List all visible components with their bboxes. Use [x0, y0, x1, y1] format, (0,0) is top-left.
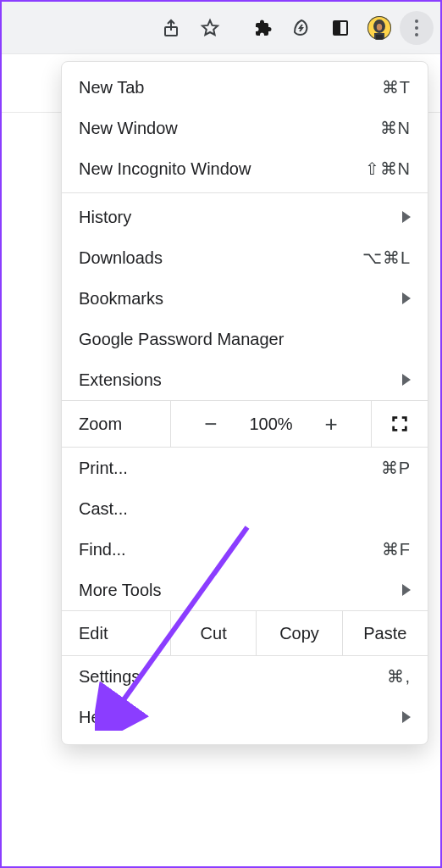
overflow-menu-button[interactable]: [400, 11, 434, 45]
cut-button[interactable]: Cut: [170, 611, 256, 655]
menu-item-help[interactable]: Help: [62, 697, 428, 737]
menu-label: Google Password Manager: [79, 330, 284, 349]
submenu-arrow-icon: [402, 374, 411, 386]
menu-item-new-tab[interactable]: New Tab ⌘T: [62, 67, 428, 108]
bookmark-star-icon[interactable]: [191, 9, 229, 47]
shortcut-text: ⌘N: [380, 118, 411, 138]
shortcut-text: ⌘P: [381, 458, 411, 478]
menu-label: Extensions: [79, 370, 162, 390]
edit-label: Edit: [79, 624, 108, 643]
menu-item-incognito[interactable]: New Incognito Window ⇧⌘N: [62, 148, 428, 189]
zoom-row: Zoom − 100% +: [62, 400, 428, 448]
menu-item-history[interactable]: History: [62, 197, 428, 237]
menu-item-password-manager[interactable]: Google Password Manager: [62, 319, 428, 359]
extensions-puzzle-icon[interactable]: [244, 9, 281, 47]
menu-item-new-window[interactable]: New Window ⌘N: [62, 108, 428, 148]
menu-item-print[interactable]: Print... ⌘P: [62, 448, 428, 488]
svg-point-5: [376, 23, 383, 31]
menu-label: Find...: [79, 540, 126, 559]
submenu-arrow-icon: [402, 584, 411, 596]
menu-label: New Incognito Window: [79, 159, 251, 179]
browser-toolbar: [2, 2, 440, 54]
separator: [62, 192, 428, 193]
svg-rect-2: [334, 21, 340, 35]
menu-label: Cast...: [79, 499, 128, 519]
menu-label: Downloads: [79, 248, 163, 268]
menu-label: More Tools: [79, 581, 161, 600]
submenu-arrow-icon: [402, 711, 411, 723]
side-panel-icon[interactable]: [322, 9, 359, 47]
menu-label: Help: [79, 708, 113, 727]
menu-item-extensions[interactable]: Extensions: [62, 359, 428, 400]
menu-label: New Tab: [79, 78, 144, 97]
shortcut-text: ⌘,: [387, 666, 411, 687]
energy-leaf-icon[interactable]: [283, 9, 320, 47]
submenu-arrow-icon: [402, 292, 411, 304]
menu-label: Bookmarks: [79, 289, 163, 309]
submenu-arrow-icon: [402, 211, 411, 223]
svg-rect-6: [375, 34, 384, 40]
menu-item-cast[interactable]: Cast...: [62, 488, 428, 529]
fullscreen-button[interactable]: [371, 401, 428, 447]
zoom-value: 100%: [249, 415, 292, 434]
menu-label: Print...: [79, 459, 128, 478]
menu-item-settings[interactable]: Settings ⌘,: [62, 656, 428, 697]
zoom-label: Zoom: [79, 415, 122, 434]
shortcut-text: ⌘T: [382, 77, 411, 97]
menu-item-downloads[interactable]: Downloads ⌥⌘L: [62, 237, 428, 278]
shortcut-text: ⇧⌘N: [365, 159, 411, 179]
zoom-in-button[interactable]: +: [315, 413, 348, 435]
zoom-out-button[interactable]: −: [194, 413, 227, 435]
shortcut-text: ⌥⌘L: [362, 248, 411, 268]
profile-avatar[interactable]: [361, 9, 398, 47]
menu-label: Settings: [79, 667, 140, 687]
shortcut-text: ⌘F: [382, 539, 411, 559]
share-icon[interactable]: [152, 9, 190, 47]
menu-item-find[interactable]: Find... ⌘F: [62, 529, 428, 570]
menu-label: History: [79, 208, 131, 227]
menu-item-bookmarks[interactable]: Bookmarks: [62, 278, 428, 319]
edit-row: Edit Cut Copy Paste: [62, 610, 428, 656]
chrome-menu: New Tab ⌘T New Window ⌘N New Incognito W…: [61, 61, 428, 745]
copy-button[interactable]: Copy: [256, 611, 341, 655]
menu-label: New Window: [79, 119, 178, 138]
menu-item-more-tools[interactable]: More Tools: [62, 570, 428, 610]
paste-button[interactable]: Paste: [342, 611, 428, 655]
